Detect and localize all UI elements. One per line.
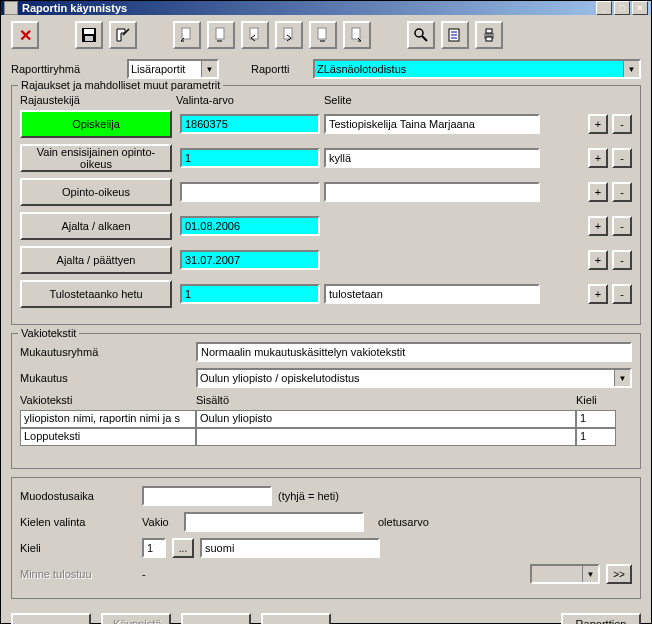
param-row: Opiskelija+- bbox=[20, 110, 632, 138]
param-value-input[interactable] bbox=[180, 250, 320, 270]
param-button[interactable]: Ajalta / alkaen bbox=[20, 212, 172, 240]
col-rajaustekija: Rajaustekijä bbox=[20, 94, 176, 106]
katso-button[interactable]: Katso bbox=[181, 613, 251, 624]
doc-prev-icon[interactable] bbox=[207, 21, 235, 49]
list-icon[interactable] bbox=[441, 21, 469, 49]
text-lang-cell[interactable]: 1 bbox=[576, 410, 616, 428]
report-group-combo[interactable]: Lisäraportit ▼ bbox=[127, 59, 219, 79]
svg-rect-17 bbox=[486, 37, 492, 41]
param-row: Ajalta / alkaen+- bbox=[20, 212, 632, 240]
param-row: Vain ensisijainen opinto-oikeus+- bbox=[20, 144, 632, 172]
param-value-input[interactable] bbox=[180, 148, 320, 168]
add-button[interactable]: + bbox=[588, 250, 608, 270]
params-legend: Rajaukset ja mahdolliset muut parametrit bbox=[18, 79, 223, 91]
maximize-button[interactable]: □ bbox=[614, 1, 630, 15]
muut-tiedot-button[interactable]: Muut tiedot bbox=[11, 613, 91, 624]
tulosta-button[interactable]: Tulosta bbox=[261, 613, 331, 624]
report-selection-row: Raporttiryhmä Lisäraportit ▼ Raportti ZL… bbox=[11, 59, 641, 79]
minne-combo[interactable]: ▼ bbox=[530, 564, 600, 584]
toolbar: ✕ bbox=[11, 21, 641, 49]
param-row: Ajalta / päättyen+- bbox=[20, 246, 632, 274]
remove-button[interactable]: - bbox=[612, 114, 632, 134]
muodostusaika-input[interactable] bbox=[142, 486, 272, 506]
text-name-cell[interactable]: Lopputeksti bbox=[20, 428, 196, 446]
text-row: yliopiston nimi, raportin nimi ja sOulun… bbox=[20, 410, 632, 428]
kieli-name-input[interactable] bbox=[200, 538, 380, 558]
add-button[interactable]: + bbox=[588, 182, 608, 202]
param-value-input[interactable] bbox=[180, 182, 320, 202]
param-button[interactable]: Opiskelija bbox=[20, 110, 172, 138]
param-value-input[interactable] bbox=[180, 284, 320, 304]
col-kieli: Kieli bbox=[576, 394, 597, 406]
doc-last-icon[interactable] bbox=[343, 21, 371, 49]
raporttien-selaus-button[interactable]: Raporttienselaus bbox=[561, 613, 641, 624]
remove-button[interactable]: - bbox=[612, 182, 632, 202]
doc-left-icon[interactable] bbox=[241, 21, 269, 49]
report-group-value: Lisäraportit bbox=[131, 63, 185, 75]
svg-rect-4 bbox=[216, 28, 224, 39]
output-settings: Muodostusaika (tyhjä = heti) Kielen vali… bbox=[11, 477, 641, 599]
param-desc-input[interactable] bbox=[324, 114, 540, 134]
save-icon[interactable] bbox=[75, 21, 103, 49]
report-value: ZLäsnäolotodistus bbox=[317, 63, 406, 75]
chevron-down-icon: ▼ bbox=[201, 61, 217, 77]
param-button[interactable]: Tulostetaanko hetu bbox=[20, 280, 172, 308]
param-button[interactable]: Opinto-oikeus bbox=[20, 178, 172, 206]
add-button[interactable]: + bbox=[588, 284, 608, 304]
svg-rect-1 bbox=[84, 29, 94, 34]
add-button[interactable]: + bbox=[588, 114, 608, 134]
remove-button[interactable]: - bbox=[612, 284, 632, 304]
col-sisalto: Sisältö bbox=[196, 394, 576, 406]
text-name-cell[interactable]: yliopiston nimi, raportin nimi ja s bbox=[20, 410, 196, 428]
doc-next-icon[interactable] bbox=[309, 21, 337, 49]
add-button[interactable]: + bbox=[588, 216, 608, 236]
mukautus-combo[interactable]: Oulun yliopisto / opiskelutodistus ▼ bbox=[196, 368, 632, 388]
param-row: Opinto-oikeus+- bbox=[20, 178, 632, 206]
goto-button[interactable]: >> bbox=[606, 564, 632, 584]
print-icon[interactable] bbox=[475, 21, 503, 49]
doc-right-icon[interactable] bbox=[275, 21, 303, 49]
mukautusryhma-input[interactable] bbox=[196, 342, 632, 362]
text-content-cell[interactable]: Oulun yliopisto bbox=[196, 410, 576, 428]
remove-button[interactable]: - bbox=[612, 148, 632, 168]
text-lang-cell[interactable]: 1 bbox=[576, 428, 616, 446]
kielen-valinta-input[interactable] bbox=[184, 512, 364, 532]
mukautus-label: Mukautus bbox=[20, 372, 190, 384]
param-value-input[interactable] bbox=[180, 114, 320, 134]
minimize-button[interactable]: _ bbox=[596, 1, 612, 15]
text-content-cell[interactable] bbox=[196, 428, 576, 446]
minne-label: Minne tulostuu bbox=[20, 568, 136, 580]
param-value-input[interactable] bbox=[180, 216, 320, 236]
cancel-icon[interactable]: ✕ bbox=[11, 21, 39, 49]
action-bar: Muut tiedot Käynnistätyö Katso Tulosta R… bbox=[11, 613, 641, 624]
kieli-num-input[interactable] bbox=[142, 538, 166, 558]
fixed-texts-group: Vakiotekstit Mukautusryhmä Mukautus Oulu… bbox=[11, 333, 641, 469]
col-selite: Selite bbox=[324, 94, 544, 106]
chevron-down-icon: ▼ bbox=[623, 61, 639, 77]
oletusarvo-label: oletusarvo bbox=[378, 516, 429, 528]
remove-button[interactable]: - bbox=[612, 250, 632, 270]
chevron-down-icon: ▼ bbox=[614, 370, 630, 386]
remove-button[interactable]: - bbox=[612, 216, 632, 236]
empty-hint: (tyhjä = heti) bbox=[278, 490, 339, 502]
mukautusryhma-label: Mukautusryhmä bbox=[20, 346, 190, 358]
svg-rect-3 bbox=[182, 28, 190, 39]
export-icon[interactable] bbox=[109, 21, 137, 49]
doc-first-icon[interactable] bbox=[173, 21, 201, 49]
param-desc-input[interactable] bbox=[324, 148, 540, 168]
params-header-row: Rajaustekijä Valinta-arvo Selite bbox=[20, 94, 632, 106]
kieli-browse-button[interactable]: ... bbox=[172, 538, 194, 558]
report-combo[interactable]: ZLäsnäolotodistus ▼ bbox=[313, 59, 641, 79]
titlebar: Raportin käynnistys _ □ × bbox=[1, 1, 651, 15]
params-group: Rajaukset ja mahdolliset muut parametrit… bbox=[11, 85, 641, 325]
close-button[interactable]: × bbox=[632, 1, 648, 15]
add-button[interactable]: + bbox=[588, 148, 608, 168]
text-row: Lopputeksti1 bbox=[20, 428, 632, 446]
kieli-label: Kieli bbox=[20, 542, 136, 554]
param-desc-input[interactable] bbox=[324, 284, 540, 304]
param-button[interactable]: Ajalta / päättyen bbox=[20, 246, 172, 274]
search-icon[interactable] bbox=[407, 21, 435, 49]
chevron-down-icon: ▼ bbox=[582, 566, 598, 582]
param-desc-input[interactable] bbox=[324, 182, 540, 202]
param-button[interactable]: Vain ensisijainen opinto-oikeus bbox=[20, 144, 172, 172]
